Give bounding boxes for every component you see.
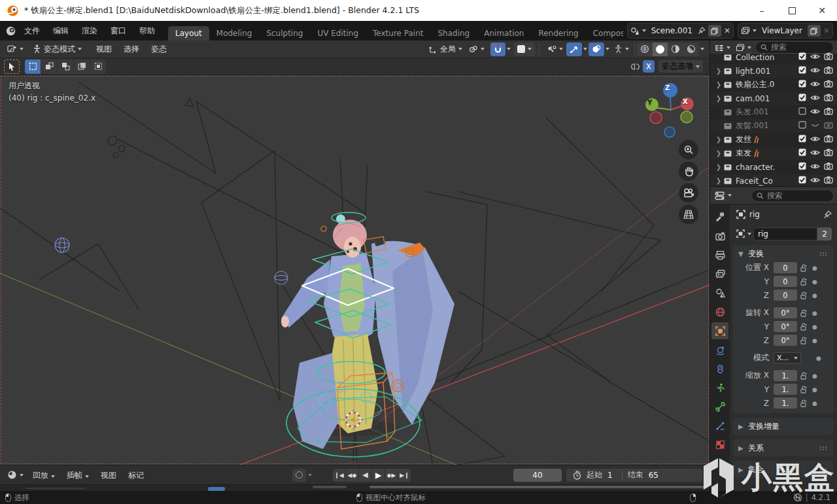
end-frame-value[interactable]: 65 — [649, 471, 658, 480]
pose-options-dropdown[interactable]: 姿态选项 — [658, 60, 703, 73]
workspace-tab-layout[interactable]: Layout — [168, 26, 209, 41]
proportional-edit-toggle[interactable] — [514, 42, 535, 56]
gizmo-x-label[interactable]: X — [683, 98, 688, 105]
timeline-menu-2[interactable]: 视图 — [95, 465, 122, 485]
outliner-item-name[interactable]: Faceit_Co — [736, 176, 773, 186]
outliner-item-name[interactable]: character. — [736, 163, 775, 172]
pin-icon[interactable] — [823, 210, 832, 219]
shading-rendered-button[interactable] — [683, 42, 699, 56]
outliner-item-name[interactable]: 发丝 — [736, 134, 751, 145]
workspace-tab-uv-editing[interactable]: UV Editing — [310, 26, 366, 41]
gizmo-dropdown[interactable] — [582, 42, 589, 56]
delta-transform-panel[interactable]: ▶变换增量 — [733, 418, 834, 435]
play-button[interactable]: ▶ — [372, 469, 384, 482]
timeline-strip[interactable] — [0, 484, 709, 491]
minimize-button[interactable]: – — [747, 0, 777, 21]
workspace-tab-animation[interactable]: Animation — [477, 26, 531, 41]
expand-icon[interactable]: ❯ — [714, 67, 723, 75]
prev-keyframe-button[interactable]: ◀◆ — [346, 469, 358, 482]
hide-viewport-eye-icon[interactable] — [810, 135, 820, 144]
select-invert-button[interactable] — [74, 59, 90, 74]
outliner-row[interactable]: ❯character. — [710, 160, 837, 174]
workspace-tab-composi[interactable]: Composi — [586, 26, 623, 41]
animate-decorator[interactable]: ● — [810, 373, 819, 379]
topbar-menu-3[interactable]: 窗口 — [104, 21, 133, 41]
properties-search-input[interactable]: 搜索 — [751, 190, 834, 202]
mode-dropdown[interactable]: X... — [774, 352, 801, 363]
xray-toggle[interactable] — [611, 42, 632, 56]
zoom-button[interactable] — [679, 140, 698, 160]
id-type-icon[interactable] — [736, 227, 753, 241]
properties-tab-scene[interactable] — [711, 284, 728, 301]
orthographic-grid-button[interactable] — [679, 205, 698, 224]
timeline-editor-selector[interactable] — [4, 468, 27, 482]
expand-icon[interactable]: ❯ — [714, 81, 723, 88]
properties-tab-output[interactable] — [711, 246, 728, 263]
auto-keying-toggle[interactable] — [292, 469, 306, 482]
expand-icon[interactable]: ❯ — [714, 95, 723, 102]
camera-view-button[interactable] — [679, 183, 698, 203]
selectable-checkbox[interactable] — [798, 162, 806, 172]
disable-render-camera-icon[interactable] — [824, 66, 833, 76]
workspace-tab-rendering[interactable]: Rendering — [531, 26, 585, 41]
expand-icon[interactable]: ❯ — [714, 177, 723, 184]
lock-icon[interactable] — [797, 386, 810, 394]
current-frame-field[interactable]: 40 — [513, 469, 562, 482]
timeline-menu-0[interactable]: 回放 — [27, 465, 61, 485]
collections-panel-title[interactable]: 集合 — [748, 464, 764, 475]
selectable-checkbox[interactable] — [798, 121, 806, 131]
lock-icon[interactable] — [797, 278, 810, 286]
topbar-menu-4[interactable]: 帮助 — [133, 21, 162, 41]
next-keyframe-button[interactable]: ◆▶ — [385, 469, 398, 482]
play-reverse-button[interactable]: ◀ — [359, 469, 371, 482]
disable-render-camera-icon[interactable] — [824, 80, 833, 90]
hide-viewport-eye-icon[interactable] — [810, 108, 820, 117]
timeline-menu-3[interactable]: 标记 — [122, 465, 150, 485]
lock-icon[interactable] — [797, 309, 810, 317]
animate-decorator[interactable]: ● — [814, 355, 823, 361]
keying-dropdown[interactable] — [308, 474, 312, 477]
selectable-checkbox[interactable] — [798, 93, 806, 103]
animate-decorator[interactable]: ● — [810, 337, 819, 344]
shading-material-button[interactable] — [668, 42, 683, 56]
shading-solid-button[interactable] — [653, 42, 668, 56]
transform-value-field[interactable]: 1. — [774, 397, 797, 409]
transform-value-field[interactable]: 0 — [774, 290, 797, 301]
transform-value-field[interactable]: 0 — [774, 276, 797, 287]
grip-icon[interactable] — [819, 446, 828, 450]
properties-tab-world[interactable] — [711, 303, 728, 320]
select-intersect-button[interactable] — [90, 59, 106, 74]
disable-render-camera-icon[interactable] — [824, 176, 833, 186]
animate-decorator[interactable]: ● — [810, 324, 819, 330]
overlays-toggle[interactable] — [589, 42, 604, 56]
lock-icon[interactable] — [797, 372, 810, 380]
properties-tab-object[interactable] — [711, 322, 728, 339]
grip-icon[interactable] — [819, 252, 828, 256]
workspace-tab-shading[interactable]: Shading — [430, 26, 477, 41]
disable-render-camera-icon[interactable] — [824, 93, 833, 103]
shading-dropdown[interactable] — [699, 42, 706, 56]
viewlayer-copy-icon[interactable] — [808, 25, 821, 37]
breadcrumb-object-name[interactable]: rig — [749, 210, 760, 219]
jump-to-start-button[interactable]: ❙◀ — [333, 469, 345, 482]
properties-tab-texture[interactable] — [711, 436, 728, 453]
hide-viewport-eye-icon[interactable] — [810, 67, 820, 76]
hide-viewport-eye-icon[interactable] — [810, 149, 820, 158]
transform-panel-title[interactable]: 变换 — [748, 248, 764, 260]
disable-render-camera-icon[interactable] — [824, 52, 833, 62]
viewport-menu-0[interactable]: 视图 — [90, 44, 118, 55]
lock-icon[interactable] — [797, 323, 810, 331]
selectable-checkbox[interactable] — [798, 148, 806, 158]
properties-tab-bone-constraint[interactable] — [711, 417, 728, 434]
viewlayer-selector[interactable]: ViewLayer ✕ — [738, 23, 833, 39]
workspace-tab-modeling[interactable]: Modeling — [209, 26, 260, 41]
hide-viewport-eye-icon[interactable] — [810, 122, 820, 131]
grip-icon[interactable] — [819, 467, 828, 472]
topbar-menu-2[interactable]: 渲染 — [75, 21, 104, 41]
disable-render-camera-icon[interactable] — [824, 148, 833, 158]
hide-viewport-eye-icon[interactable] — [810, 163, 820, 172]
properties-tab-render[interactable] — [711, 227, 728, 244]
outliner-row[interactable]: 头发.001 — [710, 105, 837, 119]
selectable-checkbox[interactable] — [798, 176, 806, 186]
object-name-field[interactable]: rig — [753, 227, 817, 241]
